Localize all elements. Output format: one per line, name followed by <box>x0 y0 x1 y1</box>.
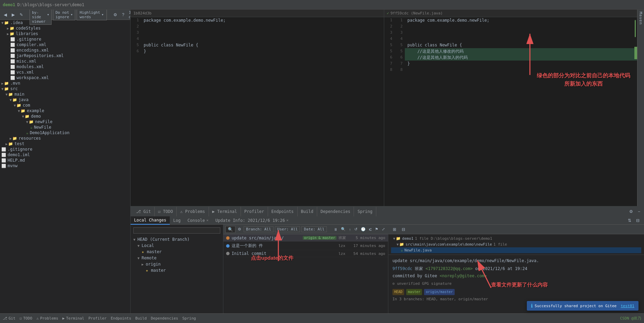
head-branch-item[interactable]: ▼ HEAD (Current Branch) <box>131 236 223 243</box>
status-dependencies[interactable]: Dependencies <box>151 316 178 321</box>
line-content: //这是其他人新加入的代码 <box>405 54 470 61</box>
status-problems[interactable]: ⚠ Problems <box>36 316 58 321</box>
status-git[interactable]: ⎇ Git <box>3 316 15 321</box>
local-changes-tab[interactable]: Local Changes <box>131 216 170 225</box>
highlight-dropdown[interactable]: Highlight words ▾ <box>77 10 107 20</box>
commit-row-1[interactable]: update src/main/java/ origin & master 班家… <box>223 234 388 242</box>
status-endpoints[interactable]: Endpoints <box>111 316 131 321</box>
tree-item-libraries[interactable]: ▶ 📁 libraries <box>0 31 130 36</box>
line-content: } <box>405 61 413 67</box>
tree-item-main[interactable]: ▼ 📁 main <box>0 91 130 97</box>
status-build[interactable]: Build <box>135 316 147 321</box>
settings-icon-git[interactable]: ⚙ <box>237 227 242 232</box>
local-branch-item[interactable]: ▼ Local <box>131 243 223 249</box>
minimize-icon[interactable]: − <box>636 208 642 215</box>
tree-item-src[interactable]: ▼ 📁 src <box>0 86 130 91</box>
commit-hash-text: 9ff59cdc <box>392 266 412 271</box>
origin-item[interactable]: ▶ origin <box>131 261 223 267</box>
tab-todo[interactable]: ☑ TODO <box>155 207 177 216</box>
tab-dependencies[interactable]: Dependencies <box>317 207 354 216</box>
viewer-dropdown[interactable]: Side-by-side viewer ▾ <box>30 10 52 25</box>
tree-item-workspace-xml[interactable]: ⬜ workspace.xml <box>0 75 130 80</box>
tab-endpoints[interactable]: Endpoints <box>268 207 298 216</box>
tree-item-encodings-xml[interactable]: ⬜ encodings.xml <box>0 47 130 53</box>
search-btn[interactable]: 🔍 <box>340 227 347 232</box>
tree-item-misc-xml[interactable]: ⬜ misc.xml <box>0 58 130 64</box>
update-info-tab[interactable]: Update Info: 2021/12/6 19:26 × <box>212 216 292 225</box>
tree-item-test[interactable]: ▶ 📁 test <box>0 141 130 147</box>
tree-item-idea[interactable]: ▼ 📁 .idea <box>0 20 130 25</box>
tree-item-compiler-xml[interactable]: ⬜ compiler.xml <box>0 42 130 47</box>
tree-item-modules-xml[interactable]: ⬜ modules.xml <box>0 64 130 69</box>
tree-item-java[interactable]: ▼ 📁 java <box>0 97 130 103</box>
tab-git[interactable]: ⎇ Git <box>133 207 155 216</box>
status-terminal[interactable]: ▶ Terminal <box>63 316 85 321</box>
close-update-icon[interactable]: × <box>286 218 289 223</box>
tree-item-jar-xml[interactable]: ⬜ jarRepositories.xml <box>0 53 130 58</box>
pause-icon[interactable]: ⏸ <box>333 227 338 232</box>
collapse-all-icon[interactable]: ⊟ <box>400 226 407 233</box>
origin-master-item[interactable]: ★ master <box>131 267 223 273</box>
viewer-label: Side-by-side viewer <box>32 10 46 24</box>
settings-icon-btn[interactable]: ⚙ <box>112 12 119 18</box>
branch-filter[interactable]: Branch: All <box>244 226 274 232</box>
tree-item-mvnw[interactable]: ⬜ mvnw <box>0 163 130 169</box>
forward-button[interactable]: ▶ <box>10 12 16 18</box>
ignore-dropdown[interactable]: Do not ignore ▾ <box>53 10 75 20</box>
tree-item-gitignore-idea[interactable]: ⬜ .gitignore <box>0 36 130 42</box>
tree-item-codestyles[interactable]: ▶ 📁 codeStyles <box>0 25 130 31</box>
gitignore-icon: ⬜ <box>10 37 15 42</box>
local-search-input[interactable] <box>133 227 220 234</box>
tab-terminal[interactable]: ▶ Terminal <box>209 207 241 216</box>
tab-problems[interactable]: ⚠ Problems <box>177 207 209 216</box>
tree-item-vcs-xml[interactable]: ⬜ vcs.xml <box>0 69 130 75</box>
tab-build[interactable]: Build <box>298 207 317 216</box>
diff-pane-left[interactable]: 1b824d3b 1 package com.example.demo.newF… <box>131 10 384 206</box>
tree-item-newfile-java[interactable]: ☕ NewFile <box>0 125 130 130</box>
status-spring[interactable]: Spring <box>182 316 196 321</box>
tree-item-gitignore-root[interactable]: ⬜ .gitignore <box>0 147 130 152</box>
collapse-icon[interactable]: ⊟ <box>634 217 641 224</box>
tag-icon[interactable]: ⚑ <box>374 227 379 232</box>
tree-item-com[interactable]: ▼ 📁 com <box>0 103 130 108</box>
status-profiler[interactable]: Profiler <box>88 316 107 321</box>
tree-item-help-md[interactable]: ⬜ HELP.md <box>0 158 130 163</box>
tree-item-demo1-iml[interactable]: ⬜ demo1.iml <box>0 152 130 158</box>
edit-button[interactable]: ✎ <box>18 12 25 18</box>
tab-profiler[interactable]: Profiler <box>241 207 268 216</box>
commit-row-2[interactable]: 这是一个新的 件 lzx 17 minutes ago <box>223 242 388 250</box>
newfile-row[interactable]: ☕ NewFile.java <box>391 247 641 253</box>
settings-gear-icon[interactable]: ⚙ <box>628 208 635 215</box>
log-tab[interactable]: Log <box>170 216 184 225</box>
clock-icon[interactable]: 🕐 <box>360 227 367 232</box>
file-path-row[interactable]: ▼ 📁 src\main\java\com\example\demo\newFi… <box>391 241 641 247</box>
sort-icon[interactable]: ⇅ <box>626 217 633 224</box>
tree-item-example[interactable]: ▼ 📁 example <box>0 108 130 114</box>
tab-spring[interactable]: Spring <box>354 207 376 216</box>
tree-item-newfile-folder[interactable]: ▼ 📁 newFile <box>0 119 130 125</box>
tree-item-resources[interactable]: ▶ 📁 resources <box>0 136 130 141</box>
commit-row-3[interactable]: Initial commit lzx 54 minutes ago <box>223 250 388 257</box>
master-branch-item[interactable]: ★ master <box>131 249 223 255</box>
repo-root-row[interactable]: ▼ 📁 demo1 1 file D:\blogs\blogs-server\d… <box>391 236 641 241</box>
branch-icon[interactable]: ⑆ <box>368 227 373 232</box>
head-branch-label: HEAD (Current Branch) <box>137 237 190 242</box>
status-todo[interactable]: ☑ TODO <box>20 316 32 321</box>
undo-icon[interactable]: ↺ <box>353 227 358 232</box>
merge-icon[interactable]: ⤢ <box>381 227 386 232</box>
diff-pane-right[interactable]: ✓ 9ff59cdc (NewFile.java) 1 1 package co… <box>384 10 637 206</box>
console-tab[interactable]: Console × <box>184 216 212 225</box>
maven-panel[interactable]: Maven <box>637 10 644 206</box>
close-console-icon[interactable]: × <box>206 218 209 223</box>
notification-link[interactable]: test01 <box>621 304 634 308</box>
line-content <box>141 23 146 30</box>
tree-item-mvn[interactable]: ▶ 📁 .mvn <box>0 80 130 86</box>
remote-section-item[interactable]: ▼ Remote <box>131 255 223 261</box>
help-icon-btn[interactable]: ? <box>120 12 126 18</box>
back-button[interactable]: ◀ <box>2 12 9 18</box>
arrow-up-icon[interactable]: ↑ <box>348 227 352 232</box>
date-filter[interactable]: Date: All <box>301 226 327 232</box>
expand-icon[interactable]: ⊞ <box>391 226 398 233</box>
tree-item-demo[interactable]: ▼ 📁 demo <box>0 114 130 119</box>
tree-item-demo1app[interactable]: ☕ Demo1Application <box>0 130 130 136</box>
